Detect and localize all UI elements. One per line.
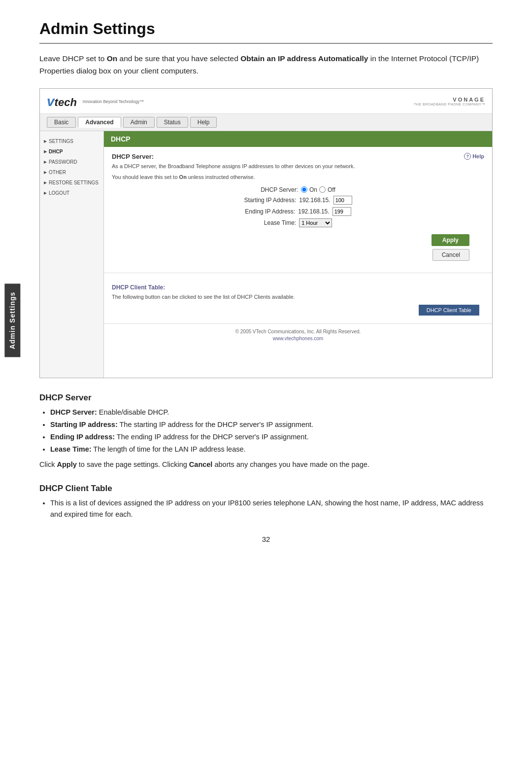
brand-tagline: Innovation Beyond Technology™ [80, 99, 144, 104]
bullet-client-table: This is a list of devices assigned the I… [50, 497, 493, 520]
dhcp-desc2: You should leave this set to On unless i… [112, 173, 484, 181]
help-icon: ? [464, 153, 471, 160]
router-header: v tech Innovation Beyond Technology™ VON… [40, 89, 492, 114]
router-frame: v tech Innovation Beyond Technology™ VON… [39, 88, 493, 378]
sidebar-item-other[interactable]: ▶ OTHER [40, 167, 103, 177]
ending-ip-input[interactable] [332, 207, 351, 216]
lease-time-label: Lease Time: [264, 219, 296, 226]
ip-prefix-start: 192.168.15. [299, 197, 330, 204]
tab-admin[interactable]: Admin [123, 117, 155, 128]
bullet-starting-ip: Starting IP address: The starting IP add… [50, 419, 493, 430]
router-footer: © 2005 VTech Communications, Inc. All Ri… [104, 323, 492, 346]
dhcp-server-heading: DHCP Server [39, 393, 493, 403]
arrow-icon-logout: ▶ [44, 191, 47, 195]
intro-paragraph: Leave DHCP set to On and be sure that yo… [39, 53, 493, 77]
dhcp-server-row: DHCP Server: On Off [112, 186, 484, 193]
dhcp-server-label: DHCP Server: [261, 186, 298, 193]
client-table-header: DHCP Client Table: [112, 284, 484, 291]
dhcp-on-label: On [309, 186, 317, 193]
tab-advanced[interactable]: Advanced [78, 117, 121, 128]
router-body: ▶ SETTINGS ▶ DHCP ▶ PASSWORD ▶ OTHER ▶ R… [40, 131, 492, 378]
client-table-desc: The following button can be clicked to s… [112, 294, 484, 300]
dhcp-server-subheader: DHCP Server: ? Help [112, 153, 484, 160]
router-nav: Basic Advanced Admin Status Help [40, 114, 492, 131]
sidebar-item-restore[interactable]: ▶ RESTORE SETTINGS [40, 177, 103, 188]
arrow-icon-password: ▶ [44, 160, 47, 164]
page-title: Admin Settings [39, 20, 493, 38]
bullet-lease-time: Lease Time: The length of time for the L… [50, 444, 493, 455]
sidebar: ▶ SETTINGS ▶ DHCP ▶ PASSWORD ▶ OTHER ▶ R… [40, 131, 104, 378]
dhcp-server-bullets: DHCP Server: Enable/disable DHCP. Starti… [50, 407, 493, 456]
bullet-dhcp-server: DHCP Server: Enable/disable DHCP. [50, 407, 493, 418]
footer-url[interactable]: www.vtechphones.com [109, 336, 487, 341]
title-divider [39, 43, 493, 44]
dhcp-server-section: DHCP Server DHCP Server: Enable/disable … [39, 393, 493, 471]
tab-basic[interactable]: Basic [47, 117, 76, 128]
main-panel: DHCP DHCP Server: ? Help As a DHCP serve… [104, 131, 492, 378]
vonage-area: VONAGE THE BROADBAND PHONE COMPANY™ [414, 97, 485, 106]
section-divider [104, 273, 492, 273]
brand-area: v tech Innovation Beyond Technology™ [47, 94, 144, 109]
ending-ip-label: Ending IP Address: [245, 208, 295, 215]
copyright-text: © 2005 VTech Communications, Inc. All Ri… [109, 329, 487, 334]
dhcp-off-label: Off [328, 186, 335, 193]
dhcp-desc1: As a DHCP server, the Broadband Telephon… [112, 162, 484, 171]
ip-prefix-end: 192.168.15. [298, 208, 329, 215]
brand-v: v [47, 94, 55, 109]
dhcp-client-table-button[interactable]: DHCP Client Table [419, 305, 479, 316]
sidebar-item-settings[interactable]: ▶ SETTINGS [40, 136, 103, 146]
page-number: 32 [39, 535, 493, 543]
arrow-icon: ▶ [44, 139, 47, 143]
starting-ip-row: Starting IP Address: 192.168.15. [112, 196, 484, 205]
side-label: Admin Settings [4, 284, 20, 357]
tab-status[interactable]: Status [157, 117, 188, 128]
cancel-button[interactable]: Cancel [432, 249, 469, 261]
dhcp-client-bullets: This is a list of devices assigned the I… [50, 497, 493, 520]
starting-ip-input[interactable] [333, 196, 352, 205]
lease-time-row: Lease Time: 1 Hour 2 Hours 4 Hours 8 Hou… [112, 218, 484, 227]
apply-cancel-para: Click Apply to save the page settings. C… [39, 459, 493, 470]
ending-ip-row: Ending IP Address: 192.168.15. [112, 207, 484, 216]
sidebar-item-logout[interactable]: ▶ LOGOUT [40, 188, 103, 198]
dhcp-header: DHCP [104, 131, 492, 147]
vtech-logo: v tech [47, 94, 77, 109]
brand-tech: tech [55, 96, 77, 109]
dhcp-on-radio[interactable] [301, 186, 307, 193]
dhcp-client-table-section: DHCP Client Table This is a list of devi… [39, 484, 493, 520]
dhcp-client-table-heading: DHCP Client Table [39, 484, 493, 494]
starting-ip-label: Starting IP Address: [244, 197, 296, 204]
dhcp-form: DHCP Server: On Off Starting IP Address:… [112, 186, 484, 227]
dhcp-content-area: DHCP Server: ? Help As a DHCP server, th… [104, 147, 492, 267]
sidebar-item-dhcp[interactable]: ▶ DHCP [40, 146, 103, 157]
button-area: Apply Cancel [112, 232, 484, 261]
sidebar-item-password[interactable]: ▶ PASSWORD [40, 157, 103, 167]
lease-time-select[interactable]: 1 Hour 2 Hours 4 Hours 8 Hours 24 Hours [299, 218, 332, 227]
apply-button[interactable]: Apply [432, 234, 469, 246]
tab-help[interactable]: Help [190, 117, 217, 128]
arrow-icon-dhcp: ▶ [44, 149, 47, 154]
client-table-section: DHCP Client Table: The following button … [104, 279, 492, 323]
side-label-container: Admin Settings [0, 271, 25, 370]
arrow-icon-restore: ▶ [44, 180, 47, 185]
help-link[interactable]: ? Help [464, 153, 484, 160]
dhcp-off-radio[interactable] [319, 186, 326, 193]
dhcp-on-off: On Off [301, 186, 335, 193]
bullet-ending-ip: Ending IP address: The ending IP address… [50, 431, 493, 443]
arrow-icon-other: ▶ [44, 170, 47, 175]
